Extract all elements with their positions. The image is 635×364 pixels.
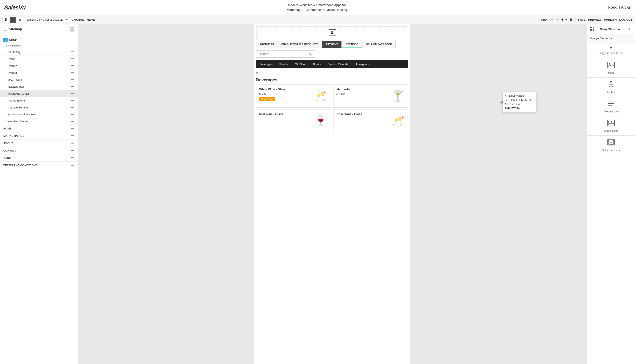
locations-header: LOCATIONS xyxy=(0,44,78,48)
sidebar-item-event2[interactable]: Event 2 ••• xyxy=(0,62,78,69)
shop-label: SHOP xyxy=(9,38,17,42)
tab-sell-facebook[interactable]: SELL ON FACEBOOK xyxy=(362,41,395,48)
mobile-icon-btn[interactable]: 📱 xyxy=(3,16,9,23)
logout-button[interactable]: LOG OUT xyxy=(619,18,632,21)
sidebar-close-button[interactable]: ✕ xyxy=(70,27,74,32)
redo-button[interactable]: ↻ xyxy=(556,18,559,21)
product-card-margarita[interactable]: Margarita $ 8.00 🍸 xyxy=(333,84,408,108)
sidebar-item-about[interactable]: ABOUT ••• xyxy=(0,140,78,147)
sidebar-item-weddings[interactable]: Weddings Venue ••• xyxy=(0,118,78,125)
canvas-hamburger-btn[interactable]: ☰ xyxy=(329,30,336,36)
design-element-widget[interactable]: Widget Code xyxy=(587,116,635,136)
design-element-text[interactable]: Text Section xyxy=(587,97,635,116)
nav-item-dots[interactable]: ••• xyxy=(71,156,74,160)
product-image: 🍸 xyxy=(390,88,405,104)
sidebar-item-shop[interactable]: S SHOP xyxy=(0,36,78,44)
tab-settings[interactable]: SETTINGS xyxy=(342,41,362,48)
sidebar-item-mac-cafe[interactable]: MAC - Cafe ••• xyxy=(0,76,78,83)
nav-item-dots[interactable]: ••• xyxy=(71,50,74,54)
nav-item-dots[interactable]: ••• xyxy=(71,163,74,167)
sidebar-item-art-gallery[interactable]: Art Gallery ••• xyxy=(0,48,78,56)
preview-button[interactable]: PREVIEW xyxy=(588,18,601,21)
main-layout: ☰ Sitemap ✕ S SHOP LOCATIONS Art Gallery… xyxy=(0,24,635,364)
nav-item-dots[interactable]: ••• xyxy=(71,64,74,68)
design-elements-collapse-btn[interactable]: − xyxy=(627,36,632,40)
widget-code-label: Widget Code xyxy=(604,130,618,132)
theme-label: SALESVU FND Oct 05 2022 11... xyxy=(27,18,64,21)
settings-button[interactable]: ⚙ ▼ xyxy=(561,18,567,21)
sidebar-item-millan[interactable]: Millan Arts Center ••• xyxy=(0,90,78,97)
nav-item-dots[interactable]: ••• xyxy=(71,112,74,116)
sidebar-item-mcdavid[interactable]: McDavid Hall ••• xyxy=(0,83,78,90)
tablet-icon-btn[interactable]: ⬛ xyxy=(10,16,16,23)
drag-drop-text: Drag and Drop to use xyxy=(590,52,632,55)
sidebar-item-blog[interactable]: BLOG ••• xyxy=(0,154,78,162)
search-input[interactable] xyxy=(256,51,306,57)
publish-button[interactable]: PUBLISH xyxy=(604,18,617,21)
search-button[interactable]: 🔍 xyxy=(306,51,315,57)
theme-dropdown-arrow: ▼ xyxy=(66,18,68,21)
change-theme-button[interactable]: CHANGE THEME xyxy=(72,18,95,21)
product-image: 🥂 xyxy=(390,112,405,129)
nav-item-dots[interactable]: ••• xyxy=(71,106,74,109)
theme-selector[interactable]: SALESVU FND Oct 05 2022 11... ▼ xyxy=(25,17,70,22)
tab-payment[interactable]: PAYMENT xyxy=(322,41,341,48)
sidebar-item-event3[interactable]: Event 3 ••• xyxy=(0,69,78,76)
nav-item-dots[interactable]: ••• xyxy=(71,85,74,88)
nav-item-dots[interactable]: ••• xyxy=(71,98,74,102)
product-card-red-wine[interactable]: Red Wine - Glass 🍷 xyxy=(256,109,331,132)
sidebar-item-terms[interactable]: TERMS AND CONDITIONS ••• xyxy=(0,162,78,169)
filter-icon-row[interactable]: ≡ xyxy=(254,70,410,76)
canvas-inner: ☰ PRODUCTS ENABLE/DISABLE PRODUCTS PAYME… xyxy=(254,24,410,364)
product-card-rose-wine[interactable]: Rose Wine - Glass 🥂 xyxy=(333,109,408,132)
beverages-heading: Beverages xyxy=(254,76,410,84)
sidebar-item-contact[interactable]: CONTACT ••• xyxy=(0,147,78,154)
design-elements-title: Design Elements xyxy=(590,36,612,40)
tab-enable-disable[interactable]: ENABLE/DISABLE PRODUCTS xyxy=(278,41,322,48)
undo-button[interactable]: ↺ xyxy=(551,18,554,21)
sidebar-title: Sitemap xyxy=(9,27,68,31)
category-gift-shop[interactable]: Gift Shop xyxy=(292,60,310,68)
sidebar-item-home[interactable]: HOME ••• xyxy=(0,125,78,132)
menu-button[interactable]: ☰ xyxy=(570,18,573,21)
category-books[interactable]: Books xyxy=(310,60,324,68)
category-homegoods[interactable]: Homegoods xyxy=(352,60,373,68)
adjust-panel: ◀ ADJUST YOUR DESIGN ELEMENTS ACCORDING … xyxy=(502,92,536,113)
adjust-panel-arrow[interactable]: ◀ xyxy=(500,100,503,104)
category-snacks[interactable]: Snacks xyxy=(276,60,292,68)
save-button[interactable]: SAVE xyxy=(578,18,585,21)
shop-icon: S xyxy=(3,38,8,42)
product-card-white-wine[interactable]: White Wine - Glass $ 7.50 Out of Stock 🥂 xyxy=(256,84,331,108)
anchor-icon xyxy=(607,80,615,90)
nav-item-dots[interactable]: ••• xyxy=(71,57,74,61)
sidebar-item-event1[interactable]: Event 1 ••• xyxy=(0,56,78,62)
svg-rect-11 xyxy=(608,124,614,125)
nav-item-dots[interactable]: ••• xyxy=(71,71,74,74)
tab-products[interactable]: PRODUCTS xyxy=(256,41,277,48)
design-element-anchor[interactable]: Anchor xyxy=(587,78,635,97)
nav-item-dots[interactable]: ••• xyxy=(71,148,74,152)
nav-item-dots[interactable]: ••• xyxy=(71,134,74,138)
sidebar-item-warehouse[interactable]: Warehouse / Bev closet ••• xyxy=(0,111,78,118)
sidebar-hamburger-icon[interactable]: ☰ xyxy=(3,27,7,32)
wine-glass-icon: 🥂 xyxy=(314,90,327,102)
design-element-image[interactable]: Image xyxy=(587,58,635,78)
sidebar-item-marketplace[interactable]: MARKETPLACE ••• xyxy=(0,132,78,140)
nav-item-dots[interactable]: ••• xyxy=(71,92,74,96)
nav-item-dots[interactable]: ••• xyxy=(71,78,74,82)
setup-webstore-add-btn[interactable]: + xyxy=(627,26,632,32)
nav-item-dots[interactable]: ••• xyxy=(71,141,74,145)
design-element-subscribe[interactable]: Subscribe Form xyxy=(587,136,635,155)
desktop-icon-btn[interactable]: 🖥 xyxy=(17,16,23,23)
sidebar-item-upstage[interactable]: Upstage Boutique ••• xyxy=(0,104,78,111)
sidebar-item-popup[interactable]: Pop-up Events ••• xyxy=(0,97,78,104)
product-price: $ 7.50 xyxy=(259,92,311,96)
nav-item-dots[interactable]: ••• xyxy=(71,119,74,123)
category-gems[interactable]: Gems + Minerals xyxy=(324,60,352,68)
drag-drop-section: ▼ Drag and Drop to use xyxy=(587,42,635,58)
category-beverages[interactable]: Beverages xyxy=(256,60,276,68)
toolbar-right: CHAT ↺ ↻ ⚙ ▼ ☰ SAVE PREVIEW PUBLISH LOG … xyxy=(541,17,632,22)
drag-drop-arrow-icon: ▼ xyxy=(590,46,632,50)
nav-item-dots[interactable]: ••• xyxy=(71,126,74,130)
chat-button[interactable]: CHAT xyxy=(541,18,549,21)
